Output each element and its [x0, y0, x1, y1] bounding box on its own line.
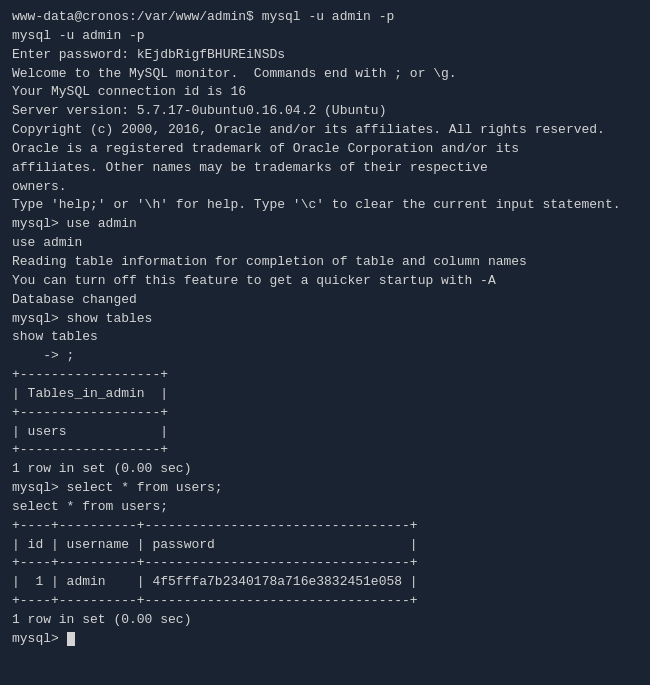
terminal-line-out8: owners.: [12, 178, 638, 197]
terminal-line-out5: Copyright (c) 2000, 2016, Oracle and/or …: [12, 121, 638, 140]
terminal-line-mysql3: mysql> select * from users;: [12, 479, 638, 498]
terminal-line-out3: Your MySQL connection id is 16: [12, 83, 638, 102]
terminal-line-out11: You can turn off this feature to get a q…: [12, 272, 638, 291]
terminal-line-table6: +----+----------+-----------------------…: [12, 517, 638, 536]
terminal-line-prompt1: www-data@cronos:/var/www/admin$ mysql -u…: [12, 8, 638, 27]
terminal-line-table1: +------------------+: [12, 366, 638, 385]
terminal-output: www-data@cronos:/var/www/admin$ mysql -u…: [12, 8, 638, 649]
terminal-line-out6: Oracle is a registered trademark of Orac…: [12, 140, 638, 159]
terminal-line-out1: Enter password: kEjdbRigfBHUREiNSDs: [12, 46, 638, 65]
terminal-line-table3: +------------------+: [12, 404, 638, 423]
terminal-line-out9: Type 'help;' or '\h' for help. Type '\c'…: [12, 196, 638, 215]
terminal-line-mysql1: mysql> use admin: [12, 215, 638, 234]
terminal-line-cmd1: mysql -u admin -p: [12, 27, 638, 46]
terminal-line-table5: +------------------+: [12, 441, 638, 460]
terminal-line-out4: Server version: 5.7.17-0ubuntu0.16.04.2 …: [12, 102, 638, 121]
terminal-line-table4: | users |: [12, 423, 638, 442]
terminal-line-out7: affiliates. Other names may be trademark…: [12, 159, 638, 178]
terminal-line-cmd3: show tables: [12, 328, 638, 347]
terminal-line-out15: 1 row in set (0.00 sec): [12, 611, 638, 630]
terminal-line-out2: Welcome to the MySQL monitor. Commands e…: [12, 65, 638, 84]
terminal-line-mysql2: mysql> show tables: [12, 310, 638, 329]
terminal-line-out13: -> ;: [12, 347, 638, 366]
terminal-line-table2: | Tables_in_admin |: [12, 385, 638, 404]
terminal-line-out14: 1 row in set (0.00 sec): [12, 460, 638, 479]
terminal-line-out12: Database changed: [12, 291, 638, 310]
terminal-line-out10: Reading table information for completion…: [12, 253, 638, 272]
terminal-line-table9: | 1 | admin | 4f5fffa7b2340178a716e38324…: [12, 573, 638, 592]
mysql-prompt-cursor: mysql>: [12, 630, 638, 649]
terminal-line-table7: | id | username | password |: [12, 536, 638, 555]
terminal-line-cmd2: use admin: [12, 234, 638, 253]
terminal-line-table10: +----+----------+-----------------------…: [12, 592, 638, 611]
terminal: www-data@cronos:/var/www/admin$ mysql -u…: [0, 0, 650, 685]
terminal-line-table8: +----+----------+-----------------------…: [12, 554, 638, 573]
cursor: [67, 632, 75, 646]
terminal-line-cmd4: select * from users;: [12, 498, 638, 517]
